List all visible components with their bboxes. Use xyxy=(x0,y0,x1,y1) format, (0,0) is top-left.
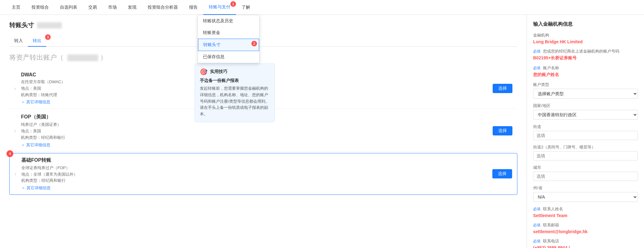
fop-more-info[interactable]: ＞ 其它详细信息 xyxy=(21,142,493,148)
nav-item-transfer[interactable]: 转账与支付 1 xyxy=(203,0,236,15)
label-account-name: 必填 账户名称 xyxy=(533,65,638,71)
page-title: 转账头寸 xyxy=(9,21,517,29)
right-panel-title: 输入金融机构信息 xyxy=(533,21,638,28)
label-state: 州/省 xyxy=(533,185,638,191)
tab-bar: 转入 转出 3 xyxy=(9,36,517,47)
tip-subtitle: 手边备一份账户报表 xyxy=(200,78,270,83)
nav-item-trade[interactable]: 交易 xyxy=(83,0,103,15)
basic-fop-info: 基础FOP转账 全球证券纯券过户（FOP） 地点：全球（通常为美国以外） 机构类… xyxy=(21,157,492,191)
section-label: 将资产转出账户（ ） xyxy=(9,53,517,62)
label-account-num: 必填 您或您的经纪商在上述金融机构的账户号码 xyxy=(533,49,638,54)
dwac-select-btn[interactable]: 选择 xyxy=(493,84,512,93)
nav-bar: 主页 投资组合 自选列表 交易 市场 发现 投资组合分析器 报告 转账与支付 1… xyxy=(0,0,644,15)
tip-title: 实用技巧 xyxy=(210,69,227,75)
form-row-phone: 必填 联系电话 (+852) 3585 8944 / (+852) 3585 8… xyxy=(533,238,638,248)
form-row-account-num: 必填 您或您的经纪商在上述金融机构的账户号码 B02195+长桥证券账号 xyxy=(533,49,638,61)
item-badge-4: 4 xyxy=(6,150,13,157)
nav-item-learn[interactable]: 了解 xyxy=(236,0,256,15)
form-row-street2: 街道2（房间号、门牌号、楼层等） xyxy=(533,144,638,160)
tab-badge-3: 3 xyxy=(45,34,51,40)
value-contact-name: Settlement Team xyxy=(533,213,638,218)
tip-box: 🎯 实用技巧 手边备一份账户报表 发起转账前，您需要掌握您金融机构的详细信息，机… xyxy=(195,63,275,122)
basic-fop-more-info[interactable]: ＞ 其它详细信息 xyxy=(21,185,492,191)
arrow-icon-fop[interactable]: › xyxy=(14,128,16,134)
input-street[interactable] xyxy=(533,131,638,140)
value-account-name: 您的账户姓名 xyxy=(533,72,638,78)
basic-fop-desc: 全球证券纯券过户（FOP） 地点：全球（通常为美国以外） 机构类型：经纪商和银行 xyxy=(21,165,492,184)
tab-out[interactable]: 转出 3 xyxy=(28,36,46,47)
form-row-account-type: 账户类型 选择账户类型 xyxy=(533,82,638,99)
nav-item-watchlist[interactable]: 自选列表 xyxy=(54,0,83,15)
arrow-icon-dwac[interactable]: › xyxy=(14,85,16,92)
label-street2: 街道2（房间号、门牌号、楼层等） xyxy=(533,144,638,150)
label-institution: 金融机构 xyxy=(533,32,638,38)
input-street2[interactable] xyxy=(533,151,638,160)
nav-item-reports[interactable]: 报告 xyxy=(183,0,203,15)
label-email: 必填 联系邮箱 xyxy=(533,222,638,228)
select-account-type[interactable]: 选择账户类型 xyxy=(533,89,638,99)
basic-fop-select-btn[interactable]: 选择 xyxy=(492,169,512,178)
nav-item-home[interactable]: 主页 xyxy=(6,0,26,15)
label-country: 国家/地区 xyxy=(533,103,638,109)
transfer-item-basic-fop: 4 › 基础FOP转账 全球证券纯券过户（FOP） 地点：全球（通常为美国以外）… xyxy=(9,153,517,195)
form-row-account-name: 必填 账户名称 您的账户姓名 xyxy=(533,65,638,78)
label-street: 街道 xyxy=(533,124,638,130)
select-state[interactable]: N/A xyxy=(533,192,638,202)
account-blur xyxy=(37,22,62,28)
nav-item-portfolio[interactable]: 投资组合 xyxy=(26,0,54,15)
form-row-street: 街道 xyxy=(533,124,638,140)
nav-badge-1: 1 xyxy=(230,1,236,7)
form-row-institution: 金融机构 Long Bridge HK Limited xyxy=(533,32,638,44)
form-row-email: 必填 联系邮箱 settlement@longbridge.hk xyxy=(533,222,638,234)
right-panel: 输入金融机构信息 金融机构 Long Bridge HK Limited 必填 … xyxy=(527,15,644,248)
dropdown-item-saved[interactable]: 已保存信息 xyxy=(198,51,259,63)
value-account-num: B02195+长桥证券账号 xyxy=(533,55,638,61)
nav-badge-2: 2 xyxy=(251,41,257,46)
form-row-contact-name: 必填 联系人姓名 Settlement Team xyxy=(533,206,638,218)
form-row-state: 州/省 N/A xyxy=(533,185,638,202)
nav-item-discover[interactable]: 发现 xyxy=(122,0,142,15)
basic-fop-title: 基础FOP转账 xyxy=(21,157,492,164)
label-account-type: 账户类型 xyxy=(533,82,638,88)
dropdown-item-positions[interactable]: 转账头寸 2 xyxy=(198,39,259,51)
tip-text: 发起转账前，您需要掌握您金融机构的详细信息，机构名称、地址、您的账户号码和账户注… xyxy=(200,85,270,118)
main-layout: 转账头寸 转入 转出 3 将资产转出账户（ ） › xyxy=(0,15,644,248)
dropdown-item-funds[interactable]: 转账资金 xyxy=(198,27,259,39)
left-content: 转账头寸 转入 转出 3 将资产转出账户（ ） › xyxy=(0,15,527,248)
input-city[interactable] xyxy=(533,172,638,181)
form-row-city: 城市 xyxy=(533,165,638,181)
dropdown-item-history[interactable]: 转账状态及历史 xyxy=(198,15,259,27)
arrow-icon-basic-fop[interactable]: › xyxy=(15,171,16,177)
transfer-dropdown: 转账状态及历史 转账资金 转账头寸 2 已保存信息 xyxy=(198,15,259,63)
fop-select-btn[interactable]: 选择 xyxy=(493,126,512,135)
value-phone: (+852) 3585 8944 / (+852) 3585 8915 xyxy=(533,245,638,248)
value-institution: Long Bridge HK Limited xyxy=(533,39,638,44)
account-name-blur xyxy=(67,54,98,61)
label-contact-name: 必填 联系人姓名 xyxy=(533,206,638,212)
label-city: 城市 xyxy=(533,165,638,170)
label-phone: 必填 联系电话 xyxy=(533,238,638,244)
nav-item-analyzer[interactable]: 投资组合分析器 xyxy=(142,0,183,15)
tip-header: 🎯 实用技巧 xyxy=(200,68,270,75)
tab-in[interactable]: 转入 xyxy=(9,36,28,47)
nav-item-market[interactable]: 市场 xyxy=(103,0,122,15)
form-row-country: 国家/地区 中国香港特别行政区 xyxy=(533,103,638,120)
tip-icon: 🎯 xyxy=(200,68,208,75)
select-country[interactable]: 中国香港特别行政区 xyxy=(533,110,638,120)
fop-desc: 纯券过户（美国证券） 地点：美国 机构类型：经纪商和银行 xyxy=(21,122,493,141)
value-email: settlement@longbridge.hk xyxy=(533,229,638,234)
